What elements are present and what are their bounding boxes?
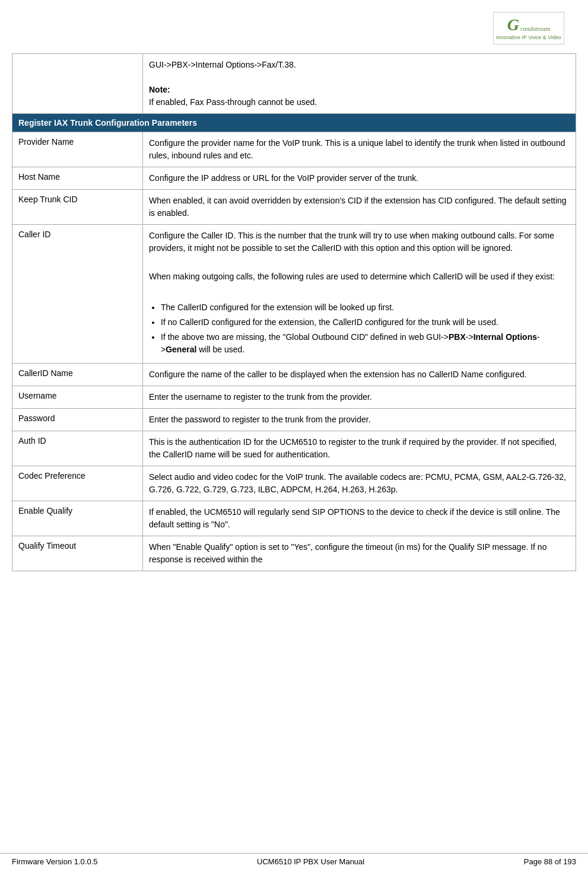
caller-id-desc: Configure the Caller ID. This is the num… bbox=[143, 225, 576, 364]
password-label: Password bbox=[12, 409, 143, 431]
logo-box: G randstream Innovative IP Voice & Video bbox=[493, 12, 564, 44]
table-row: Username Enter the username to register … bbox=[12, 386, 576, 409]
username-desc: Enter the username to register to the tr… bbox=[143, 386, 576, 409]
enable-qualify-label: Enable Qualify bbox=[12, 501, 143, 536]
top-desc-line1: GUI->PBX->Internal Options->Fax/T.38. bbox=[149, 60, 296, 69]
caller-id-para2: When making outgoing calls, the followin… bbox=[149, 270, 570, 283]
table-row: Provider Name Configure the provider nam… bbox=[12, 132, 576, 167]
callerid-name-label: CallerID Name bbox=[12, 364, 143, 386]
list-item: If no CallerID configured for the extens… bbox=[161, 316, 570, 329]
logo-letter: G bbox=[507, 15, 519, 34]
table-row: CallerID Name Configure the name of the … bbox=[12, 364, 576, 386]
password-desc: Enter the password to register to the tr… bbox=[143, 409, 576, 431]
enable-qualify-desc: If enabled, the UCM6510 will regularly s… bbox=[143, 501, 576, 536]
list-item: If the above two are missing, the "Globa… bbox=[161, 331, 570, 356]
host-name-desc: Configure the IP address or URL for the … bbox=[143, 167, 576, 190]
codec-preference-desc: Select audio and video codec for the VoI… bbox=[143, 466, 576, 501]
caller-id-bullets: The CallerID configured for the extensio… bbox=[161, 301, 570, 356]
section-header-row: Register IAX Trunk Configuration Paramet… bbox=[12, 114, 576, 132]
callerid-name-desc: Configure the name of the caller to be d… bbox=[143, 364, 576, 386]
footer-center: UCM6510 IP PBX User Manual bbox=[257, 857, 364, 866]
footer-left: Firmware Version 1.0.0.5 bbox=[12, 857, 98, 866]
table-row: Enable Qualify If enabled, the UCM6510 w… bbox=[12, 501, 576, 536]
footer-right: Page 88 of 193 bbox=[524, 857, 576, 866]
top-label-cell bbox=[12, 54, 143, 114]
top-note-text: If enabled, Fax Pass-through cannot be u… bbox=[149, 97, 317, 107]
codec-preference-label: Codec Preference bbox=[12, 466, 143, 501]
table-row: Codec Preference Select audio and video … bbox=[12, 466, 576, 501]
qualify-timeout-label: Qualify Timeout bbox=[12, 536, 143, 571]
host-name-label: Host Name bbox=[12, 167, 143, 190]
top-table: GUI->PBX->Internal Options->Fax/T.38. No… bbox=[12, 53, 576, 571]
list-item: The CallerID configured for the extensio… bbox=[161, 301, 570, 314]
table-row: Password Enter the password to register … bbox=[12, 409, 576, 431]
top-desc-cell: GUI->PBX->Internal Options->Fax/T.38. No… bbox=[143, 54, 576, 114]
footer: Firmware Version 1.0.0.5 UCM6510 IP PBX … bbox=[0, 853, 588, 866]
caller-id-para1: Configure the Caller ID. This is the num… bbox=[149, 230, 570, 254]
page-container: G randstream Innovative IP Voice & Video… bbox=[0, 0, 588, 872]
username-label: Username bbox=[12, 386, 143, 409]
top-row: GUI->PBX->Internal Options->Fax/T.38. No… bbox=[12, 54, 576, 114]
auth-id-desc: This is the authentication ID for the UC… bbox=[143, 431, 576, 466]
top-note-label: Note: bbox=[149, 85, 170, 94]
provider-name-label: Provider Name bbox=[12, 132, 143, 167]
keep-trunk-cid-label: Keep Trunk CID bbox=[12, 190, 143, 225]
keep-trunk-cid-desc: When enabled, it can avoid overridden by… bbox=[143, 190, 576, 225]
table-row: Qualify Timeout When "Enable Qualify" op… bbox=[12, 536, 576, 571]
table-row: Keep Trunk CID When enabled, it can avoi… bbox=[12, 190, 576, 225]
table-row: Host Name Configure the IP address or UR… bbox=[12, 167, 576, 190]
auth-id-label: Auth ID bbox=[12, 431, 143, 466]
logo-area: G randstream Innovative IP Voice & Video bbox=[12, 6, 576, 50]
caller-id-label: Caller ID bbox=[12, 225, 143, 364]
section-header-cell: Register IAX Trunk Configuration Paramet… bbox=[12, 114, 576, 132]
qualify-timeout-desc: When "Enable Qualify" option is set to "… bbox=[143, 536, 576, 571]
provider-name-desc: Configure the provider name for the VoIP… bbox=[143, 132, 576, 167]
table-row: Caller ID Configure the Caller ID. This … bbox=[12, 225, 576, 364]
table-row: Auth ID This is the authentication ID fo… bbox=[12, 431, 576, 466]
logo-tagline: Innovative IP Voice & Video bbox=[496, 34, 561, 41]
